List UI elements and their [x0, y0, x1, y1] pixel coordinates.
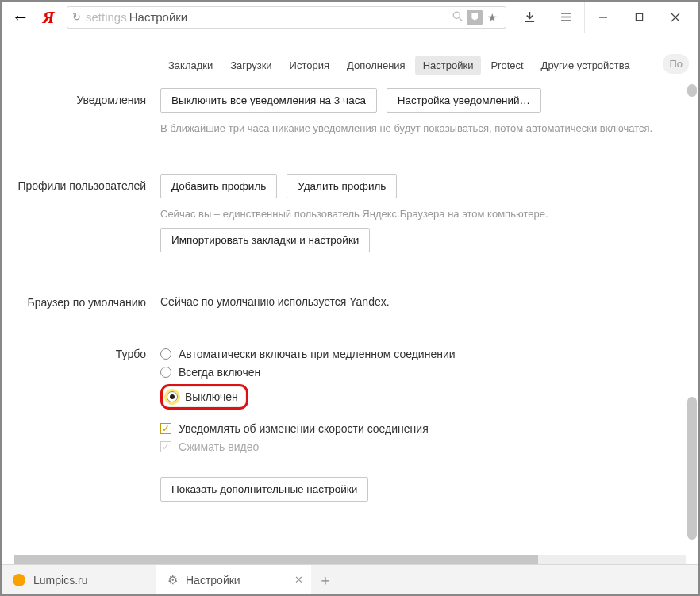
- search-settings-pill[interactable]: По: [663, 54, 689, 74]
- turbo-notify-checkbox[interactable]: Уведомлять об изменении скорости соедине…: [160, 422, 698, 435]
- settings-nav: Закладки Загрузки История Дополнения Нас…: [160, 33, 698, 85]
- radio-icon[interactable]: [160, 348, 171, 360]
- horizontal-scrollbar[interactable]: [14, 555, 686, 564]
- checkbox-icon: [160, 441, 171, 452]
- browser-tab-settings[interactable]: ⚙ Настройки ✕: [156, 565, 311, 594]
- section-label: Браузер по умолчанию: [2, 290, 160, 310]
- tab-settings[interactable]: Настройки: [415, 56, 482, 75]
- show-advanced-button[interactable]: Показать дополнительные настройки: [160, 477, 368, 502]
- section-profiles: Профили пользователей Добавить профиль У…: [2, 174, 698, 259]
- window-maximize-button[interactable]: [621, 2, 657, 33]
- svg-point-0: [453, 12, 460, 18]
- bookmark-star-icon[interactable]: ★: [483, 11, 501, 24]
- turbo-option-auto[interactable]: Автоматически включать при медленном сое…: [160, 348, 698, 360]
- address-bar[interactable]: ↻ settings Настройки ⛊ ★: [67, 6, 506, 29]
- close-tab-icon[interactable]: ✕: [294, 574, 303, 586]
- radio-label: Выключен: [185, 390, 238, 403]
- vertical-scrollbar[interactable]: [687, 84, 697, 553]
- search-icon[interactable]: [448, 11, 466, 24]
- checkbox-label: Сжимать видео: [179, 440, 259, 453]
- turbo-compress-video-checkbox: Сжимать видео: [160, 440, 698, 453]
- mute-notifications-button[interactable]: Выключить все уведомления на 3 часа: [160, 88, 377, 113]
- browser-tab-lumpics[interactable]: Lumpics.ru: [2, 565, 156, 594]
- new-tab-button[interactable]: ＋: [311, 565, 340, 594]
- shield-icon[interactable]: ⛊: [466, 10, 483, 25]
- radio-icon[interactable]: [167, 391, 178, 402]
- scroll-thumb[interactable]: [687, 84, 697, 97]
- scroll-thumb[interactable]: [687, 397, 697, 540]
- tab-addons[interactable]: Дополнения: [339, 56, 413, 75]
- downloads-icon[interactable]: [511, 2, 548, 33]
- section-notifications: Уведомления Выключить все уведомления на…: [2, 88, 698, 142]
- turbo-option-always[interactable]: Всегда включен: [160, 366, 698, 379]
- checkbox-icon[interactable]: [160, 423, 171, 434]
- tab-protect[interactable]: Protect: [483, 56, 531, 75]
- turbo-option-off[interactable]: Выключен: [160, 384, 698, 410]
- yandex-logo[interactable]: Я: [35, 7, 62, 28]
- scroll-thumb[interactable]: [14, 555, 538, 564]
- tab-history[interactable]: История: [282, 56, 337, 75]
- tab-bookmarks[interactable]: Закладки: [160, 56, 221, 75]
- tab-downloads[interactable]: Загрузки: [222, 56, 279, 75]
- tab-devices[interactable]: Другие устройства: [533, 56, 638, 75]
- reload-icon[interactable]: ↻: [72, 11, 81, 23]
- delete-profile-button[interactable]: Удалить профиль: [287, 174, 397, 198]
- browser-toolbar: ← Я ↻ settings Настройки ⛊ ★: [2, 2, 698, 33]
- import-bookmarks-button[interactable]: Импортировать закладки и настройки: [160, 228, 370, 252]
- svg-rect-6: [636, 13, 642, 20]
- section-default-browser: Браузер по умолчанию Сейчас по умолчанию…: [2, 290, 698, 310]
- section-turbo: Турбо Автоматически включать при медленн…: [2, 342, 698, 508]
- section-label: Турбо: [2, 342, 160, 362]
- section-label: Профили пользователей: [2, 174, 160, 194]
- profiles-hint: Сейчас вы – единственный пользователь Ян…: [160, 208, 698, 220]
- section-label: Уведомления: [2, 88, 160, 108]
- radio-icon[interactable]: [160, 367, 171, 378]
- page-viewport: Закладки Загрузки История Дополнения Нас…: [2, 33, 698, 564]
- radio-label: Всегда включен: [179, 366, 260, 379]
- checkbox-label: Уведомлять об изменении скорости соедине…: [179, 422, 429, 435]
- tab-strip: Lumpics.ru ⚙ Настройки ✕ ＋: [2, 564, 698, 594]
- add-profile-button[interactable]: Добавить профиль: [160, 174, 277, 198]
- favicon-icon: [13, 574, 25, 586]
- window-close-button[interactable]: [657, 2, 694, 33]
- svg-line-1: [459, 17, 462, 21]
- url-title: Настройки: [129, 10, 188, 24]
- default-browser-text: Сейчас по умолчанию используется Yandex.: [160, 290, 698, 308]
- notifications-hint: В ближайшие три часа никакие уведомления…: [160, 122, 698, 134]
- tab-title: Lumpics.ru: [33, 574, 87, 586]
- highlight-annotation: Выключен: [160, 384, 248, 410]
- url-path: settings: [86, 10, 127, 24]
- radio-label: Автоматически включать при медленном сое…: [179, 348, 456, 360]
- configure-notifications-button[interactable]: Настройка уведомлений…: [387, 88, 541, 113]
- menu-icon[interactable]: [548, 2, 584, 33]
- tab-title: Настройки: [186, 574, 240, 586]
- window-minimize-button[interactable]: [584, 2, 621, 33]
- gear-icon: ⚙: [167, 573, 178, 587]
- back-button[interactable]: ←: [6, 7, 35, 28]
